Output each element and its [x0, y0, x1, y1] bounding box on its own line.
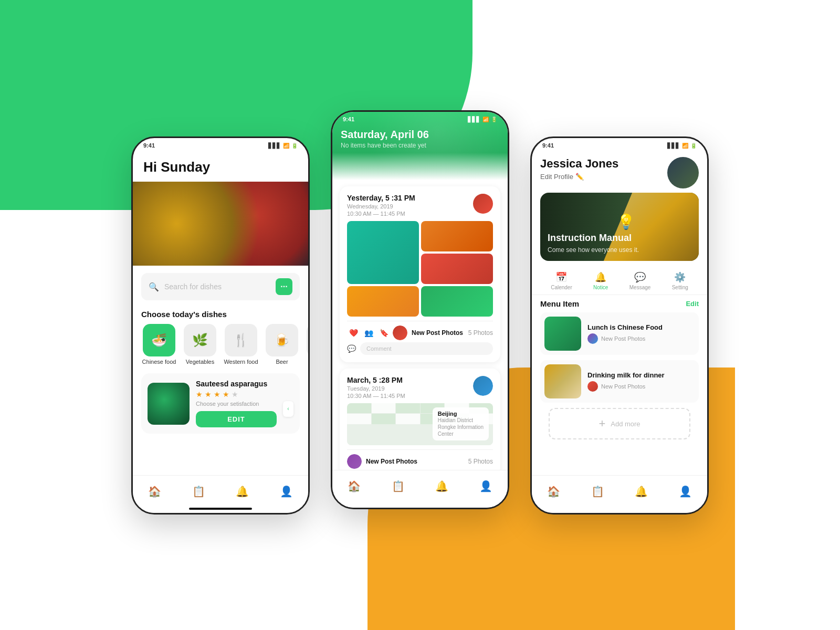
- tab-setting[interactable]: ⚙️ Setting: [672, 271, 688, 290]
- category-beer[interactable]: 🍺 Beer: [264, 324, 300, 365]
- featured-arrow-button[interactable]: ‹: [283, 401, 293, 417]
- signal-icon: ▋▋▋: [268, 143, 281, 149]
- person-icon: 👤: [280, 485, 293, 498]
- vegetables-icon-wrap: 🌿: [184, 324, 216, 356]
- comment-input-1[interactable]: Comment: [360, 342, 493, 355]
- featured-img-inner: [148, 383, 190, 425]
- feed-2-photo-count: 5 Photos: [468, 458, 493, 465]
- phone3-bottom-nav: 🏠 📋 🔔 👤: [532, 475, 707, 513]
- search-bar[interactable]: 🔍 Search for dishes ···: [141, 273, 300, 300]
- feed-2-timestamp: March, 5 :28 PM: [347, 376, 405, 384]
- phone2-nav-profile[interactable]: 👤: [479, 480, 492, 492]
- tab-message[interactable]: 💬 Message: [629, 271, 651, 290]
- tab-notice[interactable]: 🔔 Notice: [593, 271, 608, 290]
- feed-2-time: 10:30 AM — 11:45 PM: [347, 393, 405, 399]
- phone3-status-bar: 9:41 ▋▋▋ 📶 🔋: [532, 138, 707, 151]
- bookmark-icon[interactable]: 🔖: [380, 329, 388, 337]
- profile-header: Jessica Jones Edit Profile ✏️: [532, 151, 707, 193]
- person-icon-3: 👤: [679, 485, 692, 498]
- tab-calendar[interactable]: 📅 Calender: [551, 271, 572, 290]
- small-avatar-img-2: [347, 454, 362, 469]
- feed-photo-3: [421, 254, 493, 284]
- menu-section-title: Menu Item: [540, 299, 579, 308]
- feed-1-timestamp: Yesterday, 5 :31 PM: [347, 194, 415, 202]
- signal-icon-3: ▋▋▋: [667, 143, 680, 149]
- feed-2-avatar: [473, 376, 493, 396]
- feed-card-1: Yesterday, 5 :31 PM Wednesday, 2019 10:3…: [340, 186, 500, 362]
- menu-item-1-sub: New Post Photos: [587, 333, 695, 344]
- category-chinese[interactable]: 🍜 Chinese food: [141, 324, 177, 365]
- profile-avatar: [667, 157, 699, 188]
- featured-dish-subtitle: Choose your setisfaction: [196, 401, 277, 407]
- setting-tab-icon: ⚙️: [674, 271, 686, 283]
- menu-item-2-name: Drinking milk for dinner: [587, 371, 695, 379]
- dessert-icon-wrap: 🎂: [307, 324, 308, 356]
- map-cell-8: [372, 414, 396, 424]
- comment-icon[interactable]: 💬: [347, 344, 356, 353]
- calendar-icon-3: 📋: [591, 485, 604, 498]
- search-icon: 🔍: [149, 282, 159, 292]
- category-vegetables[interactable]: 🌿 Vegetables: [182, 324, 218, 365]
- location-info: Beijing Haidian DistrictRongke Informati…: [433, 407, 489, 440]
- phone3-nav-home[interactable]: 🏠: [547, 485, 560, 498]
- people-icon[interactable]: 👥: [364, 329, 373, 337]
- nav-notification[interactable]: 🔔: [236, 485, 249, 498]
- map-cell-1: [347, 403, 371, 413]
- feed-1-post-label: New Post Photos: [412, 329, 464, 337]
- phone1-status-icons: ▋▋▋ 📶 🔋: [268, 143, 298, 149]
- like-icon[interactable]: ❤️: [349, 329, 358, 337]
- hero-subtitle: No items have been create yet: [341, 142, 499, 149]
- edit-profile-label[interactable]: Edit Profile: [540, 173, 573, 181]
- message-tab-icon: 💬: [634, 271, 646, 283]
- star-1: ★: [196, 390, 203, 398]
- nav-home[interactable]: 🏠: [148, 485, 161, 498]
- notice-tab-label: Notice: [593, 285, 608, 290]
- menu-item-2[interactable]: Drinking milk for dinner New Post Photos: [540, 360, 699, 403]
- nav-calendar[interactable]: 📋: [192, 485, 205, 498]
- featured-dish-image: [148, 383, 190, 425]
- add-more-card[interactable]: + Add more: [549, 408, 690, 439]
- menu-item-1-post: New Post Photos: [601, 335, 645, 342]
- menu-item-1-avatar: [587, 333, 598, 344]
- phone2-nav-calendar[interactable]: 📋: [392, 480, 405, 492]
- banner-title: Instruction Manual: [548, 233, 639, 244]
- featured-edit-button[interactable]: EDIT: [196, 411, 277, 427]
- category-dessert[interactable]: 🎂 Dessert: [305, 324, 308, 365]
- profile-name: Jessica Jones: [540, 157, 618, 171]
- home-icon-2: 🏠: [348, 480, 361, 492]
- feed-photo-5: [421, 286, 493, 317]
- menu-avatar-img-1: [587, 333, 598, 344]
- phone2-hero: 9:41 ▋▋▋ 📶 🔋 Saturday, April 06 No items…: [332, 112, 508, 180]
- phone3-nav-calendar[interactable]: 📋: [591, 485, 604, 498]
- map-cell-7: [347, 414, 371, 424]
- calendar-icon-2: 📋: [392, 480, 405, 492]
- menu-item-1[interactable]: Lunch is Chinese Food New Post Photos: [540, 312, 699, 355]
- banner-card: Instruction Manual Come see how everyone…: [540, 193, 699, 261]
- feed-photo-4: [347, 286, 419, 317]
- search-options-button[interactable]: ···: [276, 278, 292, 295]
- calendar-icon: 📋: [192, 485, 205, 498]
- category-section-title: Choose today's dishes: [133, 308, 308, 324]
- phone2-nav-home[interactable]: 🏠: [348, 480, 361, 492]
- menu-edit-button[interactable]: Edit: [686, 300, 699, 308]
- location-name: Beijing: [438, 411, 484, 417]
- phones-container: 9:41 ▋▋▋ 📶 🔋 Hi Sunday 🔍 Search for dish…: [0, 0, 840, 630]
- phone3-time: 9:41: [542, 142, 554, 149]
- avatar-img-1: [473, 194, 493, 214]
- nav-profile[interactable]: 👤: [280, 485, 293, 498]
- phone2-nav-notification[interactable]: 🔔: [435, 480, 448, 492]
- menu-item-1-name: Lunch is Chinese Food: [587, 323, 695, 331]
- phone1-time: 9:41: [143, 142, 155, 149]
- phone-3: 9:41 ▋▋▋ 📶 🔋 Jessica Jones Edit Profile …: [530, 136, 709, 514]
- category-western[interactable]: 🍴 Western food: [223, 324, 259, 365]
- search-input[interactable]: Search for dishes: [164, 282, 270, 291]
- beer-icon: 🍺: [274, 333, 290, 348]
- wifi-icon-3: 📶: [682, 143, 688, 149]
- phone1-status-bar: 9:41 ▋▋▋ 📶 🔋: [133, 138, 308, 151]
- phone3-nav-notification[interactable]: 🔔: [635, 485, 648, 498]
- location-card: Beijing Haidian DistrictRongke Informati…: [347, 403, 493, 445]
- battery-icon-3: 🔋: [690, 143, 697, 149]
- phone3-nav-profile[interactable]: 👤: [679, 485, 692, 498]
- add-more-label: Add more: [611, 420, 640, 428]
- home-icon-3: 🏠: [547, 485, 560, 498]
